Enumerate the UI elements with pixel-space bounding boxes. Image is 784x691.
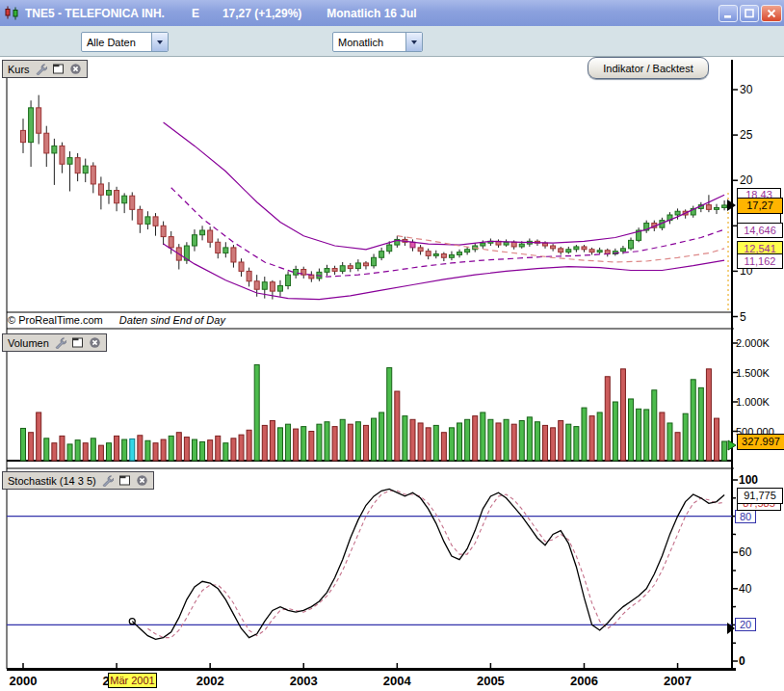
maximize-button[interactable] xyxy=(740,5,759,22)
indicator-backtest-button[interactable]: Indikator / Backtest xyxy=(588,57,709,79)
panel-tab-stochastik[interactable]: Stochastik (14 3 5) xyxy=(2,471,154,490)
title-period-date: Monatlich 16 Jul xyxy=(327,7,719,20)
period-select[interactable]: Monatlich xyxy=(332,32,423,52)
selected-date-badge: Mär 2001 xyxy=(108,673,157,688)
data-note-text: Daten sind End of Day xyxy=(119,314,225,326)
new-window-icon[interactable] xyxy=(71,336,84,349)
period-value: Monatlich xyxy=(333,37,405,48)
close-button[interactable] xyxy=(761,5,782,22)
candlestick-app-icon xyxy=(4,6,21,20)
wrench-icon[interactable] xyxy=(54,336,66,349)
panel-tab-stochastik-label: Stochastik (14 3 5) xyxy=(8,475,96,487)
chart-canvas[interactable] xyxy=(0,0,784,691)
copyright-text: © ProRealTime.com xyxy=(8,314,103,326)
close-panel-icon[interactable] xyxy=(136,474,148,487)
minimize-button[interactable] xyxy=(719,5,738,22)
window-titlebar: TNE5 - TELEFONICA INH. E 17,27 (+1,29%) … xyxy=(0,0,784,26)
panel-tab-kurs-label: Kurs xyxy=(8,64,30,75)
close-panel-icon[interactable] xyxy=(89,336,101,349)
title-price-change: 17,27 (+1,29%) xyxy=(222,7,301,20)
close-panel-icon[interactable] xyxy=(69,63,82,75)
data-range-select[interactable]: Alle Daten xyxy=(81,32,169,52)
toolbar: Alle Daten Monatlich Indikator / Backtes… xyxy=(0,26,784,57)
new-window-icon[interactable] xyxy=(52,63,65,75)
panel-tab-volumen-label: Volumen xyxy=(8,337,49,349)
chevron-down-icon[interactable] xyxy=(151,33,168,51)
panel-tab-volumen[interactable]: Volumen xyxy=(2,333,107,352)
window-title: TNE5 - TELEFONICA INH. xyxy=(25,7,165,20)
panel-tab-kurs[interactable]: Kurs xyxy=(2,60,88,78)
data-range-value: Alle Daten xyxy=(82,37,151,48)
title-currency: E xyxy=(192,7,199,20)
wrench-icon[interactable] xyxy=(101,474,114,487)
stochastic-start-marker xyxy=(129,619,135,625)
copyright-line: © ProRealTime.com Daten sind End of Day xyxy=(8,314,225,326)
wrench-icon[interactable] xyxy=(35,63,47,75)
new-window-icon[interactable] xyxy=(118,474,131,487)
stochastic-k-line xyxy=(132,489,724,639)
chevron-down-icon[interactable] xyxy=(405,33,422,51)
